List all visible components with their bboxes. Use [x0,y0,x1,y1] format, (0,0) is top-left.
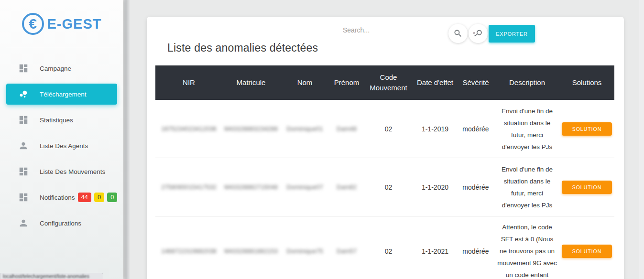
cell-nom: Dominique01 [280,125,330,132]
person-icon [18,218,29,228]
col-header-nir: NIR [155,77,222,88]
cell-nir: 1675234023412036 [155,125,222,132]
sidebar-item-label: Notifications [40,194,75,201]
sidebar-item-label: Statistiques [40,117,73,124]
dashboard-icon [18,63,29,74]
status-bar-text: localhost/telechargement/liste-anomalies [3,274,89,279]
cell-nom: Dominique75 [280,247,330,255]
dashboard-icon [18,115,29,125]
cell-code-mouvement: 02 [363,247,414,255]
notification-badge-red: 44 [78,193,91,202]
bubble-chart-icon [18,89,29,99]
sidebar-item-notifications[interactable]: Notifications 44 0 0 [0,184,123,210]
sidebar-item-statistiques[interactable]: Statistiques [0,107,123,133]
col-header-code-mouvement: Code Mouvement [363,72,414,93]
col-header-matricule: Matricule [222,77,280,88]
sidebar-item-liste-des-agents[interactable]: Liste Des Agents [0,133,123,159]
page-title: Liste des anomalies détectées [167,42,318,54]
sidebar-item-label: Téléchargement [40,91,87,98]
col-header-description: Description [495,77,559,88]
cell-code-mouvement: 02 [363,183,414,191]
solution-button[interactable]: SOLUTION [562,245,612,258]
cell-prenom: Dam48 [330,125,363,132]
x-glyph: × [473,31,475,35]
dashboard-icon [18,192,29,203]
col-header-solutions: Solutions [559,77,614,88]
sidebar-item-campagne[interactable]: Campagne [0,55,123,81]
sidebar-item-liste-des-mouvements[interactable]: Liste Des Mouvements [0,159,123,184]
notification-badge-yellow: 0 [94,193,104,202]
cell-severite: modérée [457,183,495,191]
table-row: 2758065015417532 M43328882715048 Dominiq… [155,158,614,216]
browser-status-bar: localhost/telechargement/liste-anomalies [0,273,103,279]
anomalies-card: Liste des anomalies détectées × EXPORTER… [147,17,624,279]
cell-date-effet: 1-1-2020 [414,183,457,191]
col-header-severite: Sévérité [457,77,495,88]
app-logo-text: E-GEST [47,16,102,32]
cell-description: Attention, le code SFT est à 0 (Nous ne … [495,221,559,279]
cell-severite: modérée [457,125,495,133]
cell-date-effet: 1-1-2021 [414,247,457,255]
cell-prenom: Dam82 [330,183,363,191]
clear-search-button[interactable]: × [469,24,488,43]
notification-badge-green: 0 [107,193,117,202]
sidebar-item-configurations[interactable]: Configurations [0,210,123,236]
sidebar-menu: Campagne Téléchargement Statistiques Lis… [0,55,123,236]
sidebar-item-label: Configurations [40,220,81,227]
table-header-row: NIR Matricule Nom Prénom Code Mouvement … [155,65,614,100]
sidebar-item-telechargement[interactable]: Téléchargement [6,84,117,105]
cell-nir: 2758065015417532 [155,183,222,191]
search-button[interactable] [448,24,468,43]
solution-button[interactable]: SOLUTION [562,122,612,136]
anomalies-table: NIR Matricule Nom Prénom Code Mouvement … [155,65,614,279]
search-input[interactable] [342,24,447,38]
sidebar-item-label: Liste Des Agents [40,142,88,150]
table-row: 1468722319882038 M43328881882153 Dominiq… [155,216,614,279]
sidebar-item-label: Campagne [40,65,71,72]
search-icon [453,29,463,38]
cell-matricule: M43328881882153 [222,247,280,255]
sidebar-scrollbar[interactable] [123,0,130,279]
col-header-nom: Nom [280,77,330,88]
euro-logo-icon: € [22,13,44,35]
cell-description: Envoi d'une fin de situation dans le fut… [495,163,559,211]
dashboard-icon [18,166,29,177]
cell-code-mouvement: 02 [363,125,414,133]
cell-severite: modérée [457,247,495,255]
col-header-prenom: Prénom [330,77,363,88]
page-scrollbar[interactable] [639,0,644,279]
cell-matricule: M43328883234288 [222,125,280,132]
table-row: 1675234023412036 M43328883234288 Dominiq… [155,100,614,158]
sidebar-item-label: Liste Des Mouvements [40,168,105,175]
cell-nir: 1468722319882038 [155,247,222,255]
cell-matricule: M43328882715048 [222,183,280,191]
export-button[interactable]: EXPORTER [489,25,535,43]
app-logo: € E-GEST [0,0,123,37]
solution-button[interactable]: SOLUTION [562,181,612,194]
search-field [342,24,447,38]
cell-date-effet: 1-1-2019 [414,125,457,133]
sidebar: € E-GEST Campagne Téléchargement Statist… [0,0,123,279]
col-header-date-effet: Date d'effet [414,77,457,88]
sidebar-divider [6,48,117,48]
person-icon [18,140,29,151]
cell-prenom: Dam57 [330,247,363,255]
cell-description: Envoi d'une fin de situation dans le fut… [495,105,559,153]
cell-nom: Dominique07 [280,183,330,191]
